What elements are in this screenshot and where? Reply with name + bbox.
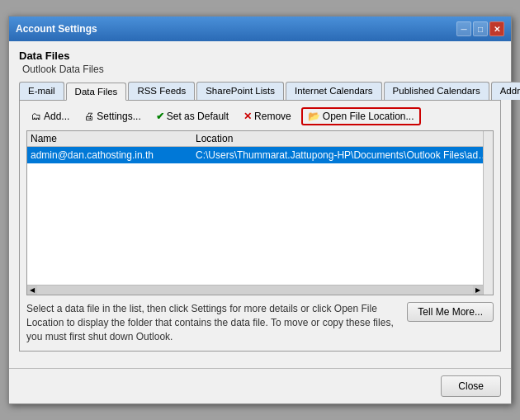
tell-me-more-button[interactable]: Tell Me More... bbox=[407, 302, 494, 322]
tab-email[interactable]: E-mail bbox=[19, 82, 64, 100]
title-bar: Account Settings ─ □ ✕ bbox=[9, 17, 511, 41]
toolbar: 🗂 Add... 🖨 Settings... ✔ Set as Default … bbox=[26, 107, 494, 125]
tab-rss-feeds[interactable]: RSS Feeds bbox=[128, 82, 195, 100]
window-title: Account Settings bbox=[16, 23, 97, 35]
open-file-label: Open File Location... bbox=[323, 111, 414, 122]
set-default-button[interactable]: ✔ Set as Default bbox=[151, 109, 234, 124]
remove-icon: ✕ bbox=[243, 111, 252, 122]
account-settings-window: Account Settings ─ □ ✕ Data Files Outloo… bbox=[8, 16, 512, 403]
section-title: Data Files bbox=[19, 50, 501, 62]
close-dialog-button[interactable]: Close bbox=[441, 375, 501, 397]
open-file-location-button[interactable]: 📂 Open File Location... bbox=[301, 107, 421, 125]
list-header: Name Location bbox=[27, 131, 493, 147]
tab-sharepoint-lists[interactable]: SharePoint Lists bbox=[196, 82, 284, 100]
add-label: Add... bbox=[44, 111, 69, 122]
content-area: Data Files Outlook Data Files E-mail Dat… bbox=[9, 41, 511, 361]
col-name-header: Name bbox=[31, 133, 196, 144]
settings-button[interactable]: 🖨 Settings... bbox=[79, 109, 145, 124]
maximize-button[interactable]: □ bbox=[473, 21, 488, 36]
row-name: admin@dan.cathosting.in.th bbox=[31, 149, 196, 161]
tab-internet-calendars[interactable]: Internet Calendars bbox=[286, 82, 382, 100]
data-files-panel: 🗂 Add... 🖨 Settings... ✔ Set as Default … bbox=[19, 101, 501, 351]
settings-label: Settings... bbox=[97, 111, 140, 122]
set-default-label: Set as Default bbox=[167, 111, 229, 122]
add-button[interactable]: 🗂 Add... bbox=[26, 109, 74, 124]
header-section: Data Files Outlook Data Files bbox=[19, 50, 501, 75]
row-location: C:\Users\Thummarat.Jattupong-HP\Document… bbox=[196, 149, 489, 161]
bottom-bar: Close bbox=[9, 369, 511, 403]
col-location-header: Location bbox=[196, 133, 489, 144]
scroll-track[interactable] bbox=[37, 286, 473, 295]
minimize-button[interactable]: ─ bbox=[456, 21, 471, 36]
title-bar-buttons: ─ □ ✕ bbox=[456, 21, 504, 36]
check-icon: ✔ bbox=[156, 111, 164, 122]
horizontal-scrollbar[interactable]: ◀ ▶ bbox=[27, 285, 483, 295]
tab-published-calendars[interactable]: Published Calendars bbox=[384, 82, 489, 100]
description-text: Select a data file in the list, then cli… bbox=[26, 302, 399, 343]
scroll-right-arrow[interactable]: ▶ bbox=[473, 286, 483, 295]
remove-button[interactable]: ✕ Remove bbox=[239, 109, 296, 124]
tabs-container: E-mail Data Files RSS Feeds SharePoint L… bbox=[19, 82, 501, 101]
description-section: Select a data file in the list, then cli… bbox=[26, 302, 494, 343]
scroll-left-arrow[interactable]: ◀ bbox=[27, 286, 37, 295]
window-close-button[interactable]: ✕ bbox=[489, 21, 504, 36]
settings-icon: 🖨 bbox=[84, 111, 94, 122]
remove-label: Remove bbox=[254, 111, 291, 122]
tab-data-files[interactable]: Data Files bbox=[66, 83, 127, 101]
file-list-container: Name Location admin@dan.cathosting.in.th… bbox=[26, 130, 494, 295]
tab-address-books[interactable]: Address Books bbox=[491, 82, 520, 100]
vertical-scrollbar[interactable] bbox=[483, 131, 493, 295]
folder-icon: 📂 bbox=[308, 111, 320, 122]
add-icon: 🗂 bbox=[31, 111, 41, 122]
table-row[interactable]: admin@dan.cathosting.in.th C:\Users\Thum… bbox=[27, 147, 493, 163]
section-subtitle: Outlook Data Files bbox=[22, 64, 501, 75]
